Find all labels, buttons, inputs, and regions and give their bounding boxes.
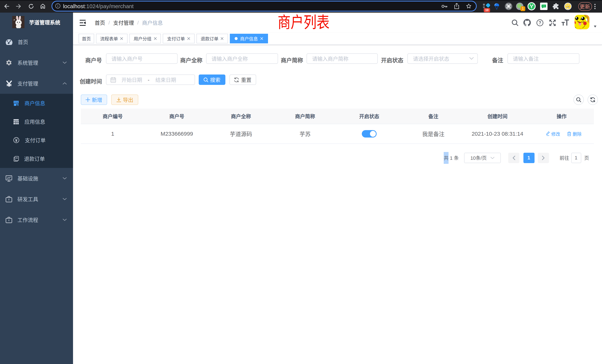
svg-text:?: ? <box>539 20 541 25</box>
